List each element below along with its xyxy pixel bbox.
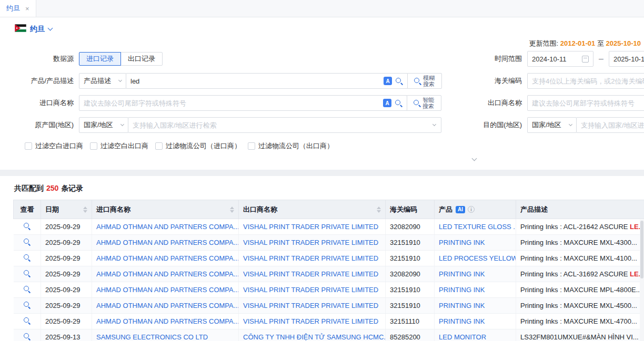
destination-country-select[interactable]: 国家/地区 <box>527 117 577 133</box>
form-row-origin: 原产国(地区) 国家/地区 目的国(地区) 国家/地区 <box>12 117 644 133</box>
date-from-input[interactable]: 2024-10-11 <box>527 51 593 67</box>
checkbox[interactable] <box>90 142 97 150</box>
view-search-icon[interactable] <box>23 285 31 293</box>
importer-link[interactable]: SAMSUNG ELECTRONICS CO LTD <box>96 333 208 341</box>
product-label: 产品/产品描述 <box>12 76 74 86</box>
product-link[interactable]: PRINTING INK <box>439 286 485 294</box>
hs-code-label: 海关编码 <box>442 76 522 86</box>
chevron-down-icon <box>120 122 124 126</box>
filter-blank-importer-checkbox[interactable]: 过滤空白进口商 <box>25 141 83 151</box>
table-row[interactable]: 2025-09-29 AHMAD OTHMAN AND PARTNERS COM… <box>14 266 644 282</box>
importer-link[interactable]: AHMAD OTHMAN AND PARTNERS COMPA... <box>96 223 239 231</box>
update-range-to: 2025-10-10 <box>606 39 641 47</box>
table-row[interactable]: 2025-09-29 AHMAD OTHMAN AND PARTNERS COM… <box>14 235 644 251</box>
zoom-search-icon[interactable] <box>395 77 403 85</box>
view-search-icon[interactable] <box>23 333 31 340</box>
exporter-search-input[interactable] <box>528 96 644 110</box>
sort-icons[interactable] <box>377 206 381 213</box>
view-search-icon[interactable] <box>23 301 31 309</box>
importer-link[interactable]: AHMAD OTHMAN AND PARTNERS COMPA... <box>96 302 239 309</box>
exporter-link[interactable]: VISHAL PRINT TRADER PRIVATE LIMITED <box>243 302 378 309</box>
table-row[interactable]: 2025-09-13 SAMSUNG ELECTRONICS CO LTD CÔ… <box>14 329 644 341</box>
product-search-field: A <box>126 73 408 89</box>
col-header-importer[interactable]: 进口商名称 <box>92 200 239 219</box>
view-search-icon[interactable] <box>23 238 31 246</box>
importer-link[interactable]: AHMAD OTHMAN AND PARTNERS COMPA... <box>96 317 239 325</box>
product-link[interactable]: PRINTING INK <box>439 270 485 278</box>
filter-blank-exporter-checkbox[interactable]: 过滤空白出口商 <box>90 141 148 151</box>
checkbox[interactable] <box>25 142 32 150</box>
view-search-icon[interactable] <box>23 222 31 230</box>
view-search-icon[interactable] <box>23 254 31 262</box>
col-header-exporter[interactable]: 出口商名称 <box>239 200 386 219</box>
tab-bar: 约旦 × <box>0 0 644 17</box>
origin-country-select[interactable]: 国家/地区 <box>79 117 128 133</box>
form-row-datasource: 数据源 进口记录 出口记录 时间范围 2024-10-11 – 2025-10-… <box>12 51 644 67</box>
table-row[interactable]: 2025-09-29 AHMAD OTHMAN AND PARTNERS COM… <box>14 219 644 235</box>
exporter-label: 出口商名称 <box>442 98 522 108</box>
product-link[interactable]: LED MONITOR <box>439 333 486 341</box>
fuzzy-search-button[interactable]: 模糊搜索 <box>407 73 442 89</box>
chevron-down-icon[interactable] <box>432 122 436 126</box>
smart-search-button[interactable]: 智能搜索 <box>407 95 441 111</box>
collapse-chevron-icon[interactable] <box>472 156 477 161</box>
exporter-link[interactable]: VISHAL PRINT TRADER PRIVATE LIMITED <box>243 317 378 325</box>
importer-link[interactable]: AHMAD OTHMAN AND PARTNERS COMPA... <box>96 270 239 278</box>
product-search-input[interactable] <box>126 74 380 88</box>
sort-icons[interactable] <box>230 206 234 213</box>
destination-country-input[interactable] <box>577 118 644 132</box>
product-link[interactable]: LED PROCESS YELLOW... <box>439 254 516 262</box>
tab-jordan[interactable]: 约旦 × <box>0 0 36 17</box>
sort-icons[interactable] <box>83 206 87 213</box>
destination-label: 目的国(地区) <box>442 120 522 130</box>
checkbox-label: 过滤空白出口商 <box>100 141 148 151</box>
translate-icon[interactable]: A <box>383 99 391 107</box>
vertical-scrollbar[interactable] <box>640 220 644 341</box>
exporter-link[interactable]: VISHAL PRINT TRADER PRIVATE LIMITED <box>243 239 378 246</box>
checkbox[interactable] <box>155 142 163 150</box>
scrollbar-thumb[interactable] <box>640 221 643 278</box>
exporter-link[interactable]: VISHAL PRINT TRADER PRIVATE LIMITED <box>243 286 378 294</box>
origin-country-input[interactable] <box>128 118 433 132</box>
exporter-search-field <box>527 95 644 111</box>
filter-logistics-exporter-checkbox[interactable]: 过滤物流公司（出口商） <box>248 141 334 151</box>
cell-hs-code: 32151910 <box>386 282 435 298</box>
product-link[interactable]: PRINTING INK <box>439 239 485 246</box>
cell-hs-code: 32082090 <box>386 219 435 235</box>
table-row[interactable]: 2025-09-29 AHMAD OTHMAN AND PARTNERS COM… <box>14 298 644 314</box>
info-icon[interactable]: i <box>468 206 475 213</box>
hs-code-input[interactable] <box>528 74 644 88</box>
table-row[interactable]: 2025-09-29 AHMAD OTHMAN AND PARTNERS COM… <box>14 251 644 266</box>
exporter-link[interactable]: VISHAL PRINT TRADER PRIVATE LIMITED <box>243 223 378 231</box>
exporter-link[interactable]: VISHAL PRINT TRADER PRIVATE LIMITED <box>243 254 378 262</box>
product-link[interactable]: PRINTING INK <box>439 302 485 309</box>
product-field-select[interactable]: 产品描述 <box>79 73 126 89</box>
destination-country-field <box>576 117 644 133</box>
zoom-search-icon[interactable] <box>395 99 402 107</box>
checkbox[interactable] <box>248 142 255 150</box>
cell-hs-code: 32082090 <box>386 266 435 282</box>
filter-logistics-importer-checkbox[interactable]: 过滤物流公司（进口商） <box>155 141 241 151</box>
importer-link[interactable]: AHMAD OTHMAN AND PARTNERS COMPA... <box>96 239 239 246</box>
app-window: 约旦 × 约旦 更新范围: 2012-01-01 至 2025-10-10 <box>0 0 644 341</box>
table-row[interactable]: 2025-09-29 AHMAD OTHMAN AND PARTNERS COM… <box>14 314 644 329</box>
import-records-tab[interactable]: 进口记录 <box>79 52 121 66</box>
table-row[interactable]: 2025-09-29 AHMAD OTHMAN AND PARTNERS COM… <box>14 282 644 298</box>
exporter-link[interactable]: VISHAL PRINT TRADER PRIVATE LIMITED <box>243 270 378 278</box>
date-to-input[interactable]: 2025-10-10 <box>609 51 644 67</box>
col-header-date[interactable]: 日期 <box>41 200 92 219</box>
product-link[interactable]: PRINTING INK <box>439 317 485 325</box>
importer-link[interactable]: AHMAD OTHMAN AND PARTNERS COMPA... <box>96 286 239 294</box>
view-search-icon[interactable] <box>23 317 31 325</box>
export-records-tab[interactable]: 出口记录 <box>120 52 163 66</box>
translate-icon[interactable]: A <box>384 77 392 85</box>
country-chevron-down-icon[interactable] <box>48 26 53 31</box>
importer-search-field: A <box>79 95 407 111</box>
close-icon[interactable]: × <box>25 5 29 12</box>
importer-search-input[interactable] <box>79 96 380 110</box>
view-search-icon[interactable] <box>23 270 31 277</box>
product-link[interactable]: LED TEXTURE GLOSS ... <box>439 223 516 231</box>
exporter-link[interactable]: CÔNG TY TNHH ĐIỆN TỬ SAMSUNG HCMC... <box>243 333 386 341</box>
importer-link[interactable]: AHMAD OTHMAN AND PARTNERS COMPA... <box>96 254 239 262</box>
filter-checkbox-row: 过滤空白进口商 过滤空白出口商 过滤物流公司（进口商） 过滤物流公司（出口商） <box>12 141 644 151</box>
